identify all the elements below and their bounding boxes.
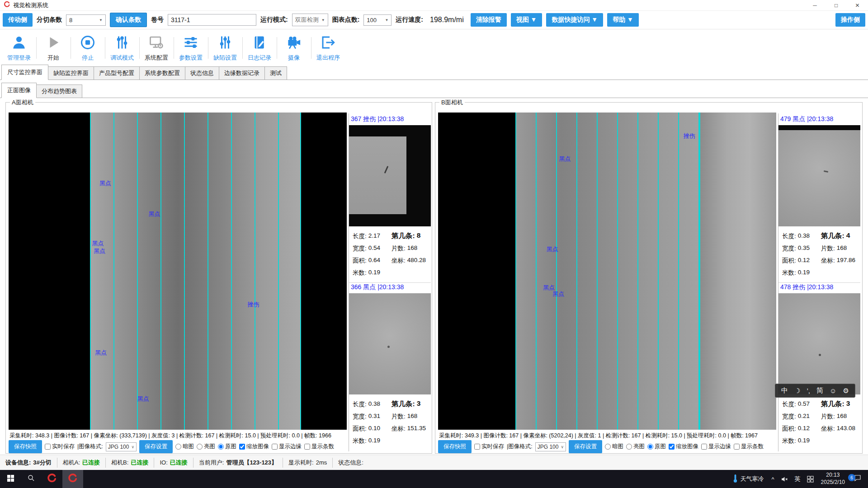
sliders-horizontal-icon	[183, 34, 199, 52]
ime-chinese-toggle[interactable]: 中	[781, 386, 788, 395]
clear-alarm-button[interactable]: 清除报警	[471, 13, 507, 27]
confirm-count-button[interactable]: 确认条数	[110, 13, 147, 27]
defect-card[interactable]: 478 挫伤 |20:13:38 长度:0.57 第几条:3 宽度:0.21 片…	[778, 282, 860, 447]
exit-program-button[interactable]: 退出程序	[311, 30, 345, 66]
image-format-select[interactable]: JPG 100∨	[535, 442, 566, 451]
defect-measurements: 长度:0.38 第几条:3 宽度:0.31 片数:168 面积:0.10 坐标:…	[349, 394, 431, 447]
tab-defect-monitor[interactable]: 缺陷监控界面	[48, 66, 94, 80]
defect-card[interactable]: 366 黑点 |20:13:38 长度:0.38 第几条:3 宽度:0.31 片…	[349, 282, 431, 447]
bright-image-radio[interactable]: 亮图	[626, 443, 645, 450]
ime-emoji-icon[interactable]: ☺	[830, 387, 836, 394]
equalizer-icon	[217, 34, 233, 52]
save-settings-button[interactable]: 保存设置	[139, 440, 173, 453]
pinned-app-button[interactable]	[42, 470, 62, 488]
tab-status-info[interactable]: 状态信息	[185, 66, 219, 80]
weather-widget[interactable]: 天气寒冷	[728, 470, 769, 488]
maximize-button[interactable]: □	[826, 0, 847, 10]
help-menu-button[interactable]: 帮助 ▼	[607, 13, 639, 27]
realtime-save-checkbox[interactable]: 实时保存	[45, 443, 75, 450]
show-edges-checkbox[interactable]: 显示边缘	[701, 443, 731, 450]
operator-side-button[interactable]: 操作侧	[835, 13, 865, 27]
close-button[interactable]: ✕	[847, 0, 868, 10]
tab-edge-data-record[interactable]: 边缘数据记录	[219, 66, 265, 80]
camera-b-image-view[interactable]: 挫伤 黑点 黑点 黑点 黑点	[438, 113, 776, 430]
data-quick-access-menu-button[interactable]: 数据快捷访问 ▼	[546, 13, 603, 27]
ime-simplified-toggle[interactable]: 简	[816, 386, 823, 395]
bright-image-radio[interactable]: 亮图	[197, 443, 215, 450]
run-mode-label: 运行模式:	[260, 16, 288, 24]
ime-settings-gear-icon[interactable]: ⚙	[843, 387, 849, 395]
chevron-down-icon: ▼	[99, 18, 103, 22]
minimize-button[interactable]: ─	[804, 0, 826, 10]
run-mode-select[interactable]: 双面检测▼	[292, 14, 328, 26]
notification-badge: 6	[848, 474, 855, 481]
zoom-image-checkbox[interactable]: 缩放图像	[669, 443, 698, 450]
tab-test[interactable]: 测试	[264, 66, 287, 80]
notification-center-button[interactable]: 6	[849, 470, 868, 488]
io-connected-status: 已连接	[170, 459, 188, 467]
chevron-down-icon: ∨	[561, 445, 564, 449]
image-format-label: |图像格式:	[507, 443, 533, 450]
chart-points-label: 图表点数:	[332, 16, 360, 24]
clock-widget[interactable]: 20:13 2025/2/10	[817, 472, 849, 486]
realtime-save-checkbox[interactable]: 实时保存	[474, 443, 504, 450]
zoom-image-checkbox[interactable]: 缩放图像	[239, 443, 269, 450]
tab-product-model-config[interactable]: 产品型号配置	[94, 66, 140, 80]
defect-annotation: 黑点	[148, 210, 160, 218]
debug-mode-button[interactable]: 调试模式	[105, 30, 139, 66]
ime-punctuation-icon[interactable]: ’,	[807, 387, 811, 394]
roll-number-input[interactable]: 3117-1	[168, 14, 256, 26]
dark-image-radio[interactable]: 暗图	[175, 443, 194, 450]
search-button[interactable]	[21, 470, 42, 488]
taskbar: 天气寒冷 ^ 英 20:13 2025/2/10 6	[0, 470, 868, 488]
defect-card[interactable]: 367 挫伤 |20:13:38 长度:2.17 第几条:8 宽度:0.54 片…	[349, 113, 431, 283]
stop-icon	[80, 34, 96, 52]
stop-button[interactable]: 停止	[71, 30, 105, 66]
admin-login-button[interactable]: 管理登录	[2, 30, 36, 66]
drive-side-button[interactable]: 传动侧	[3, 13, 33, 27]
defect-card[interactable]: 479 黑点 |20:13:38 长度:0.38 第几条:4 宽度:0.35 片…	[778, 113, 860, 283]
capture-image-button[interactable]: 摄像	[277, 30, 311, 66]
show-strips-checkbox[interactable]: 显示条数	[304, 443, 334, 450]
network-icon[interactable]	[804, 470, 817, 488]
save-snapshot-button[interactable]: 保存快照	[9, 440, 42, 453]
hidden-icons-chevron[interactable]: ^	[769, 470, 778, 488]
volume-muted-icon[interactable]	[778, 470, 792, 488]
system-config-button[interactable]: 系统配置	[139, 30, 174, 66]
camera-b-controls: 保存快照 实时保存 |图像格式: JPG 100∨ 保存设置 暗图 亮图 原图 …	[438, 441, 776, 453]
view-menu-button[interactable]: 视图 ▼	[511, 13, 542, 27]
tab-distribution-chart[interactable]: 分布趋势图表	[36, 84, 82, 98]
parameter-settings-button[interactable]: 参数设置	[174, 30, 208, 66]
defect-settings-button[interactable]: 缺陷设置	[208, 30, 242, 66]
defect-header: 478 挫伤 |20:13:38	[778, 282, 860, 293]
ime-fullwidth-icon[interactable]: ☽	[794, 387, 800, 395]
image-format-select[interactable]: JPG 100∨	[106, 442, 137, 451]
camera-b-defect-panel: 479 黑点 |20:13:38 长度:0.38 第几条:4 宽度:0.35 片…	[778, 113, 860, 451]
tab-size-monitor[interactable]: 尺寸监控界面	[1, 65, 48, 80]
start-menu-button[interactable]	[0, 470, 21, 488]
windows-start-icon	[7, 474, 14, 484]
thermometer-icon	[732, 474, 738, 484]
show-strips-checkbox[interactable]: 显示条数	[734, 443, 764, 450]
current-user-value: 管理员【123-123】	[226, 459, 277, 467]
log-record-button[interactable]: 日志记录	[242, 30, 277, 66]
start-button[interactable]: 开始	[36, 30, 71, 66]
tab-system-param-config[interactable]: 系统参数配置	[139, 66, 185, 80]
save-snapshot-button[interactable]: 保存快照	[438, 440, 472, 453]
ime-language-indicator[interactable]: 英	[792, 470, 804, 488]
camera-a-image-view[interactable]: 黑点 黑点 黑点 黑点 挫伤 黑点 黑点	[9, 113, 347, 430]
sub-tabbar: 正面图像 分布趋势图表	[0, 85, 868, 98]
save-settings-button[interactable]: 保存设置	[569, 440, 602, 453]
sliders-vertical-icon	[114, 34, 130, 52]
original-image-radio[interactable]: 原图	[218, 443, 236, 450]
tab-front-image[interactable]: 正面图像	[1, 83, 37, 98]
chart-points-select[interactable]: 100▼	[363, 14, 392, 26]
original-image-radio[interactable]: 原图	[647, 443, 666, 450]
show-edges-checkbox[interactable]: 显示边缘	[272, 443, 302, 450]
running-app-button[interactable]	[62, 470, 83, 488]
camera-a-title: A面相机	[10, 99, 35, 107]
roll-number-label: 卷号	[151, 16, 164, 24]
image-format-label: |图像格式:	[77, 443, 103, 450]
dark-image-radio[interactable]: 暗图	[605, 443, 623, 450]
slit-count-select[interactable]: 8▼	[66, 14, 106, 26]
